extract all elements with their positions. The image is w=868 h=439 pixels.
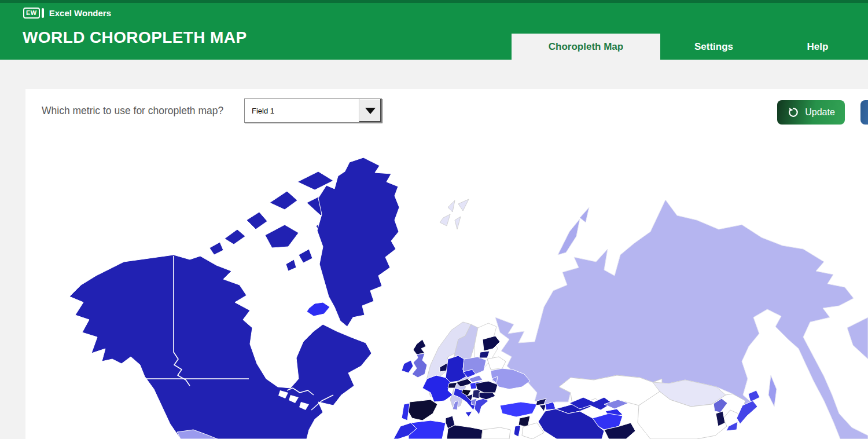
country-libya — [447, 425, 483, 439]
brand: EW Excel Wonders — [23, 8, 111, 19]
country-japan-kyushu — [726, 422, 738, 431]
metric-dropdown-button[interactable] — [359, 99, 381, 122]
page-title: WORLD CHOROPLETH MAP — [23, 28, 247, 47]
country-belarus — [487, 357, 506, 370]
country-ireland — [402, 360, 413, 373]
brand-name: Excel Wonders — [49, 8, 111, 18]
update-button[interactable]: Update — [777, 100, 845, 125]
country-sicily — [465, 411, 472, 417]
tab-choropleth-map[interactable]: Choropleth Map — [512, 34, 660, 60]
country-iceland — [307, 302, 330, 316]
country-uk-scotland — [413, 339, 426, 354]
choropleth-map — [25, 133, 868, 439]
country-uk-england — [412, 353, 427, 378]
partial-blue-button[interactable] — [860, 100, 868, 125]
country-spain — [407, 400, 437, 420]
world-map-canvas — [25, 133, 868, 439]
country-greece — [475, 398, 488, 415]
country-russia-chukotka — [847, 317, 868, 359]
country-svalbard — [440, 199, 469, 229]
country-iran — [538, 409, 604, 439]
dropdown-arrow-icon — [365, 108, 376, 114]
header-top-strip — [0, 0, 868, 3]
refresh-icon — [787, 106, 800, 119]
country-jordan-israel — [514, 425, 521, 437]
country-japan-hokkaido — [748, 390, 760, 402]
tab-settings[interactable]: Settings — [660, 34, 767, 60]
country-turkey — [500, 402, 537, 417]
excel-wonders-logo-icon: EW — [23, 8, 44, 19]
tab-help[interactable]: Help — [767, 34, 868, 60]
metric-dropdown-value: Field 1 — [245, 99, 359, 122]
country-portugal — [402, 403, 410, 420]
main-card: Which metric to use for choropleth map? … — [25, 89, 868, 439]
tab-bar: Choropleth Map Settings Help — [512, 34, 868, 60]
metric-dropdown[interactable]: Field 1 — [244, 98, 382, 123]
logo-page-bar — [42, 8, 44, 18]
metric-question-label: Which metric to use for choropleth map? — [42, 105, 223, 117]
country-egypt — [481, 427, 510, 439]
country-novaya-zemlya — [558, 219, 580, 255]
logo-ew-monogram: EW — [23, 8, 40, 19]
country-sakhalin — [768, 375, 777, 407]
country-novaya-zemlya-north — [580, 207, 589, 222]
update-button-label: Update — [805, 107, 835, 118]
app-header: EW Excel Wonders WORLD CHOROPLETH MAP Ch… — [0, 0, 868, 60]
